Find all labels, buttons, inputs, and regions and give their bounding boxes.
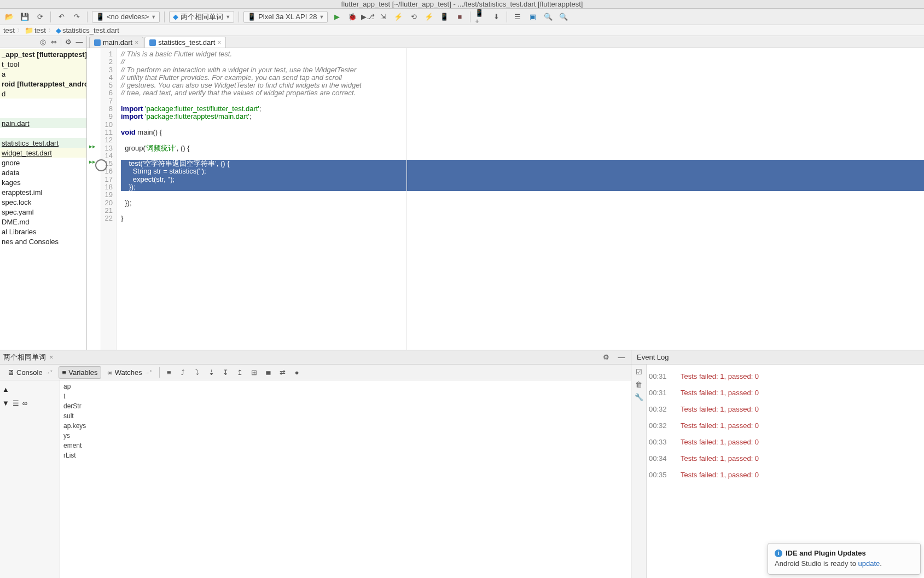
editor-tab[interactable]: statistics_test.dart× bbox=[144, 37, 226, 48]
trash-icon[interactable]: 🗑 bbox=[635, 380, 642, 389]
variable-row[interactable]: derStr bbox=[63, 402, 627, 412]
tree-item[interactable] bbox=[0, 108, 86, 118]
stop-icon[interactable]: ■ bbox=[454, 11, 466, 23]
show-exec-icon[interactable]: ≣ bbox=[263, 366, 275, 378]
tab-watches[interactable]: ∞ Watches →* bbox=[103, 366, 155, 379]
hot-reload-icon[interactable]: ⚡ bbox=[392, 11, 404, 23]
force-step-icon[interactable]: ⇣ bbox=[206, 366, 218, 378]
eval-icon[interactable]: ⊞ bbox=[248, 366, 260, 378]
redo-icon[interactable]: ↷ bbox=[71, 11, 83, 23]
event-log-row[interactable]: 00:32Tests failed: 1, passed: 0 bbox=[649, 401, 922, 417]
target-icon[interactable]: ◎ bbox=[38, 37, 48, 47]
tree-item[interactable]: nes and Consoles bbox=[0, 236, 86, 246]
event-log-row[interactable]: 00:34Tests failed: 1, passed: 0 bbox=[649, 450, 922, 466]
debug-frames-down[interactable]: ▼☰∞ bbox=[2, 396, 27, 409]
tree-item[interactable]: _app_test [flutterapptest] bbox=[0, 49, 86, 59]
profiler-icon[interactable]: ▣ bbox=[527, 11, 539, 23]
variable-row[interactable]: ap.keys bbox=[63, 422, 627, 432]
emulator-selector[interactable]: 📱 Pixel 3a XL API 28 ▼ bbox=[243, 11, 328, 23]
variable-row[interactable]: sult bbox=[63, 412, 627, 422]
variable-row[interactable]: ys bbox=[63, 432, 627, 442]
variable-row[interactable]: t bbox=[63, 392, 627, 402]
tree-item[interactable]: statistics_test.dart bbox=[0, 138, 86, 148]
tree-item[interactable]: adata bbox=[0, 167, 86, 177]
run-icon[interactable]: ▶ bbox=[331, 11, 343, 23]
debug-variables-list[interactable]: aptderStrsultap.keysysementrList bbox=[60, 380, 631, 578]
drop-frame-icon[interactable]: ↥ bbox=[234, 366, 246, 378]
line-number: 12 bbox=[101, 136, 113, 144]
debug-icon[interactable]: 🐞 bbox=[346, 11, 358, 23]
resume-icon[interactable]: ⇄ bbox=[277, 366, 289, 378]
tree-item[interactable] bbox=[0, 128, 86, 138]
tree-item[interactable]: kages bbox=[0, 177, 86, 187]
event-log-row[interactable]: 00:31Tests failed: 1, passed: 0 bbox=[649, 384, 922, 401]
editor-tab[interactable]: main.dart× bbox=[89, 37, 143, 48]
filter-icon[interactable]: 🔍 bbox=[557, 11, 569, 23]
tree-item-label: DME.md bbox=[2, 218, 30, 226]
tree-item[interactable]: erapptest.iml bbox=[0, 187, 86, 197]
event-log-row[interactable]: 00:35Tests failed: 1, passed: 0 bbox=[649, 466, 922, 483]
tree-item[interactable] bbox=[0, 99, 86, 108]
tree-item[interactable]: widget_test.dart bbox=[0, 148, 86, 158]
close-tab-icon[interactable]: × bbox=[49, 353, 54, 361]
collapse-icon[interactable]: ⇔ bbox=[49, 37, 59, 47]
tree-item[interactable]: t_tool bbox=[0, 59, 86, 69]
flash-icon[interactable]: ⚡ bbox=[423, 11, 435, 23]
tab-console[interactable]: 🖥 Console →* bbox=[3, 366, 56, 379]
run-gutter-icon[interactable]: ▸▸ bbox=[89, 143, 96, 150]
gear-icon[interactable]: ⚙ bbox=[63, 37, 73, 47]
hot-restart-icon[interactable]: ⟲ bbox=[408, 11, 420, 23]
step-into-icon[interactable]: ≡ bbox=[163, 366, 175, 378]
run-to-icon[interactable]: ↧ bbox=[220, 366, 232, 378]
undo-icon[interactable]: ↶ bbox=[55, 11, 67, 23]
attach-icon[interactable]: ⇲ bbox=[377, 11, 389, 23]
gear-icon[interactable]: ⚙ bbox=[600, 351, 612, 363]
run-config-selector[interactable]: ◆ 两个相同单词 ▼ bbox=[169, 11, 234, 23]
tree-item[interactable]: spec.yaml bbox=[0, 207, 86, 217]
variable-row[interactable]: ap bbox=[63, 383, 627, 392]
debug-frames-up[interactable]: ▲ bbox=[2, 383, 9, 396]
tree-item[interactable]: al Libraries bbox=[0, 227, 86, 236]
breadcrumb-item[interactable]: test bbox=[3, 26, 15, 34]
refresh-icon[interactable]: ⟳ bbox=[34, 11, 46, 23]
variable-row[interactable]: rList bbox=[63, 452, 627, 461]
mute-bp-icon[interactable]: ● bbox=[291, 366, 303, 378]
structure-icon[interactable]: ☰ bbox=[512, 11, 524, 23]
sdk-icon[interactable]: ⬇ bbox=[490, 11, 502, 23]
run-gutter-icon[interactable]: ▸▸ bbox=[89, 158, 96, 165]
avd-icon[interactable]: 📱+ bbox=[475, 11, 487, 23]
tree-item[interactable]: d bbox=[0, 89, 86, 99]
wrench-icon[interactable]: 🔧 bbox=[635, 393, 643, 401]
project-tree[interactable]: _app_test [flutterapptest]t_toolaroid [f… bbox=[0, 48, 86, 350]
search-icon[interactable]: 🔍 bbox=[542, 11, 554, 23]
tree-item[interactable]: gnore bbox=[0, 158, 86, 167]
minimize-icon[interactable]: — bbox=[615, 351, 627, 363]
save-icon[interactable]: 💾 bbox=[19, 11, 31, 23]
check-icon[interactable]: ☑ bbox=[636, 368, 642, 376]
popup-update-link[interactable]: update bbox=[858, 559, 880, 568]
variable-row[interactable]: ement bbox=[63, 442, 627, 452]
tab-variables[interactable]: ≡ Variables bbox=[59, 366, 102, 379]
coverage-icon[interactable]: ▶⎇ bbox=[362, 11, 374, 23]
event-log-row[interactable]: 00:32Tests failed: 1, passed: 0 bbox=[649, 417, 922, 434]
breadcrumb-item[interactable]: statistics_test.dart bbox=[62, 26, 119, 34]
code-editor[interactable]: // This is a basic Flutter widget test./… bbox=[117, 48, 924, 350]
chevron-down-icon: ▼ bbox=[151, 14, 156, 20]
open-icon[interactable]: 📂 bbox=[3, 11, 15, 23]
device-selector[interactable]: 📱 <no devices> ▼ bbox=[92, 11, 160, 23]
step-out-icon[interactable]: ⤵ bbox=[191, 366, 204, 378]
device-icon[interactable]: 📱 bbox=[438, 11, 450, 23]
step-over-icon[interactable]: ⤴ bbox=[177, 366, 189, 378]
close-icon[interactable]: × bbox=[217, 39, 221, 47]
breadcrumb-item[interactable]: test bbox=[34, 26, 46, 34]
tree-item[interactable]: roid [flutterapptest_android] bbox=[0, 79, 86, 89]
close-icon[interactable]: × bbox=[135, 39, 138, 47]
tree-item[interactable]: DME.md bbox=[0, 217, 86, 227]
tree-item[interactable]: nain.dart bbox=[0, 118, 86, 128]
code-line: test('空字符串返回空字符串', () { bbox=[121, 160, 924, 167]
tree-item[interactable]: a bbox=[0, 69, 86, 79]
event-log-row[interactable]: 00:33Tests failed: 1, passed: 0 bbox=[649, 434, 922, 450]
event-log-row[interactable]: 00:31Tests failed: 1, passed: 0 bbox=[649, 368, 922, 384]
tree-item[interactable]: spec.lock bbox=[0, 197, 86, 207]
hide-icon[interactable]: — bbox=[74, 37, 84, 47]
